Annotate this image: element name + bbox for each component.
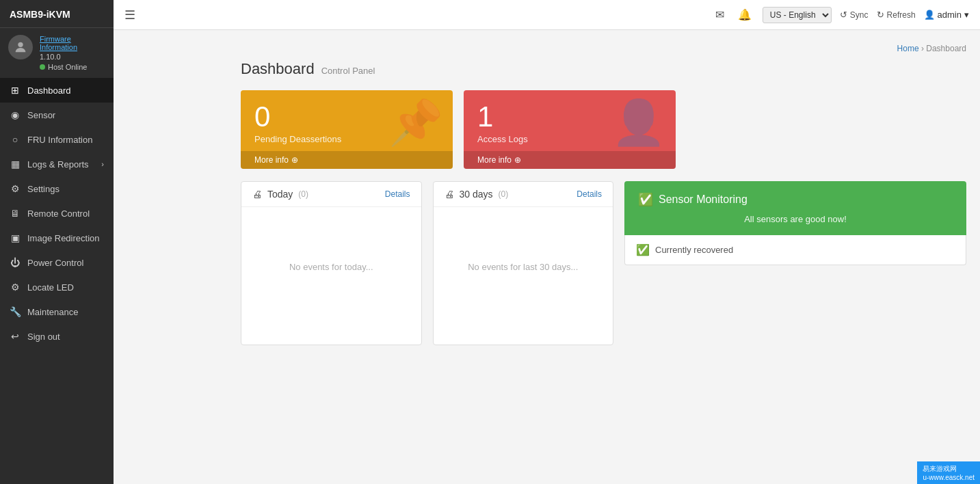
sidebar-item-power[interactable]: ⏻ Power Control: [0, 250, 114, 275]
today-details-link[interactable]: Details: [385, 189, 410, 199]
sensor-recovered: ✅ Currently recovered: [624, 235, 966, 265]
breadcrumb-separator: ›: [921, 44, 924, 53]
sidebar-item-settings[interactable]: ⚙ Settings: [0, 176, 114, 201]
content-row: 🖨 Today (0) Details No events for today.…: [241, 181, 966, 345]
left-panels: 🖨 Today (0) Details No events for today.…: [241, 181, 613, 345]
remote-icon: 🖥: [10, 208, 21, 219]
sidebar-item-dashboard[interactable]: ⊞ Dashboard: [0, 78, 114, 103]
today-events-body: No events for today...: [241, 248, 421, 286]
chevron-right-icon: ›: [101, 160, 104, 168]
topbar: ☰ ✉ 🔔 US - English ↺ Sync ↻ Refresh 👤 ad…: [114, 0, 980, 30]
chevron-down-icon: ▾: [964, 10, 969, 20]
refresh-label: Refresh: [887, 10, 916, 20]
sidebar-item-logs[interactable]: ▦ Logs & Reports ›: [0, 152, 114, 176]
stat-card-access-logs: 1 Access Logs 👤 More info ⊕: [464, 90, 676, 169]
sidebar-item-remote[interactable]: 🖥 Remote Control: [0, 201, 114, 226]
sidebar-item-label: Remote Control: [27, 209, 90, 219]
sidebar-item-label: Power Control: [27, 258, 83, 268]
sensor-panel: ✅ Sensor Monitoring All sensors are good…: [624, 181, 966, 345]
firmware-info-link[interactable]: Firmware Information: [40, 35, 105, 51]
alert-icon[interactable]: 🔔: [738, 8, 752, 21]
sidebar-item-label: Logs & Reports: [27, 159, 89, 170]
locate-icon: ⚙: [10, 282, 21, 293]
today-empty-message: No events for today...: [289, 262, 373, 272]
user-icon: 👤: [611, 97, 666, 148]
sidebar-item-label: FRU Information: [27, 135, 92, 145]
pin-icon: 📌: [388, 97, 443, 148]
sensor-icon: ◉: [10, 109, 21, 120]
access-logs-more-info[interactable]: More info ⊕: [464, 151, 676, 169]
check-circle-icon: ✅: [638, 192, 653, 207]
thirty-day-events-panel: 🖨 30 days (0) Details No events for last…: [433, 181, 614, 345]
thirty-day-empty-message: No events for last 30 days...: [468, 262, 578, 272]
sensor-good-message: All sensors are good now!: [638, 214, 953, 224]
dashboard-icon: ⊞: [10, 85, 21, 96]
sidebar-item-label: Dashboard: [27, 85, 71, 96]
more-info-label: More info: [254, 155, 289, 165]
today-events-title: 🖨 Today (0): [252, 189, 308, 200]
recovered-label: Currently recovered: [655, 245, 733, 255]
sidebar-item-fru[interactable]: ○ FRU Information: [0, 127, 114, 152]
thirty-day-details-link[interactable]: Details: [577, 189, 602, 199]
sidebar-item-label: Image Redirection: [27, 233, 100, 243]
email-icon[interactable]: ✉: [715, 8, 724, 21]
thirty-day-events-header: 🖨 30 days (0) Details: [434, 182, 613, 207]
maintenance-icon: 🔧: [10, 306, 21, 317]
breadcrumb: Home › Dashboard: [241, 44, 966, 53]
sync-button[interactable]: ↺ Sync: [840, 10, 869, 20]
fru-icon: ○: [10, 134, 21, 145]
sidebar-user-section: Firmware Information 1.10.0 Host Online: [0, 28, 114, 78]
sidebar-item-label: Locate LED: [27, 282, 74, 293]
sync-icon: ↺: [840, 10, 847, 20]
sensor-monitoring-card: ✅ Sensor Monitoring All sensors are good…: [624, 181, 966, 235]
host-status-dot: [40, 64, 45, 70]
watermark-line1: 易来游戏网: [923, 464, 975, 474]
sidebar: ASMB9-iKVM Firmware Information 1.10.0 H…: [0, 0, 114, 484]
sidebar-header: ASMB9-iKVM: [0, 0, 114, 28]
settings-icon: ⚙: [10, 183, 21, 194]
sidebar-item-label: Maintenance: [27, 307, 78, 317]
image-icon: ▣: [10, 232, 21, 243]
admin-label: admin: [938, 10, 962, 20]
recovered-check-icon: ✅: [636, 243, 650, 256]
power-icon: ⏻: [10, 257, 21, 268]
admin-icon: 👤: [924, 10, 935, 20]
sidebar-item-signout[interactable]: ↩ Sign out: [0, 324, 114, 349]
sidebar-version: 1.10.0: [40, 53, 105, 61]
thirty-day-count: (0): [499, 189, 509, 199]
today-label: Today: [267, 189, 293, 200]
events-panels: 🖨 Today (0) Details No events for today.…: [241, 181, 613, 345]
sensor-monitoring-title: ✅ Sensor Monitoring: [638, 192, 953, 207]
sidebar-logo: ASMB9-iKVM: [10, 9, 70, 20]
today-events-header: 🖨 Today (0) Details: [241, 182, 421, 207]
sidebar-item-label: Settings: [27, 184, 59, 194]
signout-icon: ↩: [10, 331, 21, 342]
admin-dropdown[interactable]: 👤 admin ▾: [924, 10, 969, 20]
deassertions-more-info[interactable]: More info ⊕: [241, 151, 453, 169]
stats-row: 0 Pending Deassertions 📌 More info ⊕ 1 A…: [241, 90, 966, 169]
hamburger-icon[interactable]: ☰: [124, 8, 135, 23]
sensor-title-label: Sensor Monitoring: [659, 193, 747, 206]
sidebar-item-label: Sensor: [27, 110, 55, 120]
sidebar-item-image[interactable]: ▣ Image Redirection: [0, 226, 114, 250]
sidebar-item-label: Sign out: [27, 332, 60, 342]
page-title: Dashboard: [241, 60, 315, 78]
sidebar-item-sensor[interactable]: ◉ Sensor: [0, 103, 114, 127]
avatar: [8, 35, 33, 59]
refresh-button[interactable]: ↻ Refresh: [877, 10, 916, 20]
page-title-row: Dashboard Control Panel: [241, 60, 966, 78]
page-subtitle: Control Panel: [321, 66, 375, 76]
logs-icon: ▦: [10, 159, 21, 170]
sidebar-item-maintenance[interactable]: 🔧 Maintenance: [0, 299, 114, 324]
host-status: Host Online: [40, 63, 105, 71]
refresh-icon: ↻: [877, 10, 884, 20]
sync-label: Sync: [850, 10, 869, 20]
thirty-day-events-title: 🖨 30 days (0): [445, 189, 509, 200]
language-select[interactable]: US - English: [763, 7, 832, 23]
more-info-label: More info: [477, 155, 512, 165]
breadcrumb-home[interactable]: Home: [897, 44, 919, 53]
server-icon: 🖨: [252, 189, 262, 200]
sidebar-item-locate[interactable]: ⚙ Locate LED: [0, 275, 114, 299]
today-events-panel: 🖨 Today (0) Details No events for today.…: [241, 181, 422, 345]
server-icon: 🖨: [445, 189, 454, 200]
